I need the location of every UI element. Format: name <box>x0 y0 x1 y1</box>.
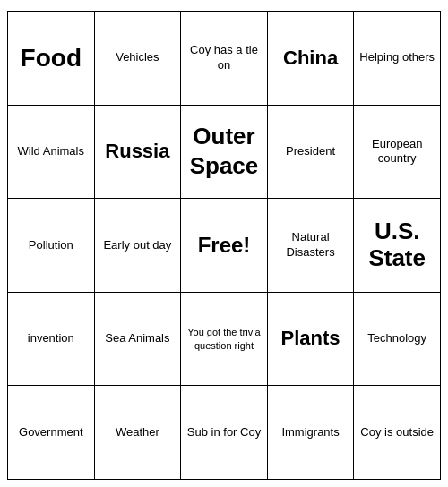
table-row: Immigrants <box>267 386 354 480</box>
table-row: Vehicles <box>94 12 181 106</box>
table-row: Plants <box>267 292 354 386</box>
table-row: European country <box>354 105 441 199</box>
table-row: Technology <box>354 292 441 386</box>
table-row: President <box>267 105 354 199</box>
table-row: Government <box>8 386 95 480</box>
table-row: Russia <box>94 105 181 199</box>
table-row: Pollution <box>8 199 95 293</box>
table-row: China <box>267 12 354 106</box>
table-row: Wild Animals <box>8 105 95 199</box>
table-row: invention <box>8 292 95 386</box>
table-row: Weather <box>94 386 181 480</box>
table-row: Sea Animals <box>94 292 181 386</box>
table-row: Coy has a tie on <box>181 12 268 106</box>
table-row: U.S. State <box>354 199 441 293</box>
table-row: Sub in for Coy <box>181 386 268 480</box>
table-row: Natural Disasters <box>267 199 354 293</box>
table-row: You got the trivia question right <box>181 292 268 386</box>
table-row: Helping others <box>354 12 441 106</box>
bingo-grid: FoodVehiclesCoy has a tie onChinaHelping… <box>7 11 441 480</box>
table-row: Food <box>8 12 95 106</box>
table-row: Coy is outside <box>354 386 441 480</box>
table-row: Free! <box>181 199 268 293</box>
table-row: Outer Space <box>181 105 268 199</box>
table-row: Early out day <box>94 199 181 293</box>
